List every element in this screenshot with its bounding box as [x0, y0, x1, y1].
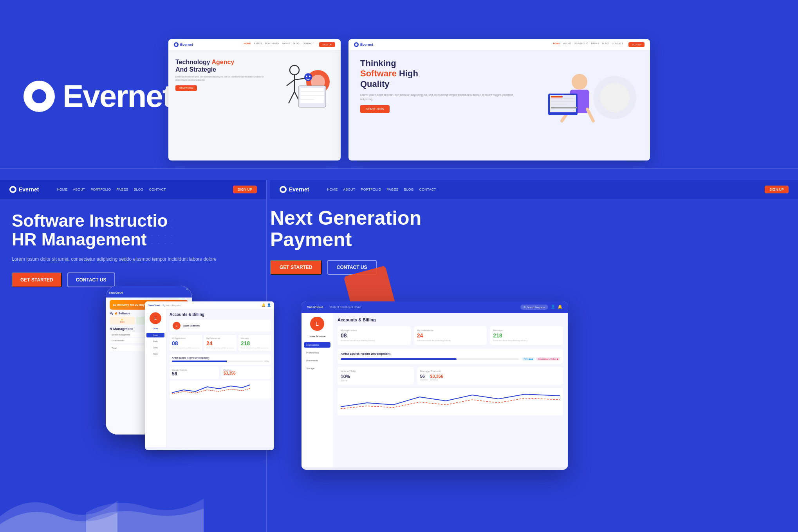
mock-nav-about-1[interactable]: ABOUT — [254, 42, 262, 47]
dash-sidebar-applications[interactable]: Applications — [304, 342, 330, 348]
mock-logo-1: Evernet — [174, 42, 193, 47]
bl-contact-us-button[interactable]: CONTACT US — [67, 272, 115, 287]
svg-point-15 — [309, 76, 311, 77]
app-sidebar-item-apps[interactable]: Apps — [146, 333, 164, 337]
stat-label-msg: Message — [241, 337, 269, 339]
bl-hero-desc: Lorem ipsum dolor sit amet, consectetur … — [12, 256, 255, 263]
bl-logo: Evernet — [9, 186, 39, 193]
dash-card-msg-value: 218 — [493, 332, 560, 339]
logo-icon — [23, 81, 55, 112]
dash-project-progress: 70% ■■■ Countdown Video ■ — [341, 357, 560, 361]
dash-sidebar-preferences[interactable]: Preferences — [304, 350, 330, 355]
mock-nav-blog-1[interactable]: BLOG — [293, 42, 300, 47]
bl-nav-home[interactable]: HOME — [57, 188, 67, 191]
mock-nav-portfolio-2[interactable]: PORTFOLIO — [574, 42, 588, 47]
br-nav-links: HOME ABOUT PORTFOLIO PAGES BLOG CONTACT — [327, 188, 436, 191]
mock-nav-home-1[interactable]: HOME — [244, 42, 251, 47]
mock-hero-title-1: Technology AgencyAnd Strategie — [175, 58, 267, 73]
mock-nav-portfolio-1[interactable]: PORTFOLIO — [265, 42, 279, 47]
mock-nav-2: Evernet HOME ABOUT PORTFOLIO PAGES BLOG … — [348, 39, 650, 50]
svg-point-13 — [304, 73, 312, 81]
bl-nav-portfolio[interactable]: PORTFOLIO — [90, 188, 111, 191]
mock-nav-pages-2[interactable]: PAGES — [591, 42, 599, 47]
dash-card-prefs-label: My Preferences — [417, 329, 484, 332]
app-sidebar-item-prefs[interactable]: Prefs — [146, 339, 164, 344]
dash-body: L Laura Johnson Applications Preferences… — [302, 313, 568, 467]
bl-btn-group: GET STARTED CONTACT US — [12, 272, 255, 287]
br-nav-about[interactable]: ABOUT — [343, 188, 355, 191]
app-user-icon: 👤 — [267, 303, 271, 307]
dash-progress-badges: 70% ■■■ Countdown Video ■ — [522, 357, 560, 361]
bl-hero-title-line1: Software Instructio — [12, 211, 168, 230]
bottom-section: Evernet HOME ABOUT PORTFOLIO PAGES BLOG … — [0, 168, 798, 532]
mock-start-btn-2[interactable]: START NOW — [360, 105, 390, 113]
project-progress-bar — [172, 361, 263, 362]
dash-students-label: Manage Students — [420, 370, 560, 373]
svg-rect-27 — [551, 96, 563, 97]
dash-nav-right: 🔍 Search Programs 👤 🔔 — [520, 305, 562, 310]
br-logo-circle — [280, 186, 287, 193]
dash-sidebar-storage[interactable]: Storage — [304, 366, 330, 371]
mock-hero-title-orange-1: Agency — [211, 59, 234, 65]
mock-nav-links-2: HOME ABOUT PORTFOLIO PAGES BLOG CONTACT … — [553, 42, 645, 47]
dash-badge-pct: 70% ■■■ — [522, 357, 535, 361]
stat-value-prefs: 24 — [206, 340, 234, 346]
mock-illustration-2 — [529, 58, 638, 138]
svg-point-18 — [572, 74, 587, 90]
br-nav-home[interactable]: HOME — [327, 188, 338, 191]
bottom-right-hero: Next Generation Payment GET STARTED CONT… — [270, 207, 497, 275]
manage-students-value: 56 — [172, 371, 217, 377]
horizontal-divider — [0, 168, 798, 169]
app-sidebar-item-storage[interactable]: Store — [146, 352, 164, 356]
br-nav-portfolio[interactable]: PORTFOLIO — [361, 188, 381, 191]
dash-badge-days: Countdown Video ■ — [536, 357, 560, 361]
mock-nav-contact-2[interactable]: CONTACT — [612, 42, 623, 47]
br-get-started-button[interactable]: GET STARTED — [270, 260, 322, 275]
app-sidebar-item-docs[interactable]: Docs — [146, 345, 164, 350]
mock-nav-home-2[interactable]: HOME — [553, 42, 560, 47]
mock-logo-circle-1 — [174, 42, 179, 47]
dash-sidebar: L Laura Johnson Applications Preferences… — [302, 313, 333, 467]
mock-hero-title-orange-2: Software — [360, 69, 397, 78]
mock-hero-title-2: ThinkingSoftware HighQuality — [360, 58, 521, 89]
dash-student-label-1: Students — [420, 379, 428, 381]
bl-nav-about[interactable]: ABOUT — [73, 188, 85, 191]
bl-nav-pages[interactable]: PAGES — [116, 188, 128, 191]
dash-sale-label: Note of Sale — [341, 370, 411, 373]
mock-nav-contact-1[interactable]: CONTACT — [303, 42, 314, 47]
mock-signup-btn-1[interactable]: SIGN UP — [319, 42, 335, 47]
dash-sidebar-documents[interactable]: Documents — [304, 358, 330, 363]
mock-nav-about-2[interactable]: ABOUT — [563, 42, 572, 47]
mock-logo-2: Evernet — [354, 42, 373, 47]
br-hero-title: Next Generation Payment — [270, 207, 497, 251]
logo-icon-inner — [32, 89, 46, 103]
bl-get-started-button[interactable]: GET STARTED — [12, 272, 62, 287]
mock-nav-blog-2[interactable]: BLOG — [602, 42, 609, 47]
stat-card-msg: Message 218 Some text about the publishi… — [238, 335, 271, 351]
br-nav-pages[interactable]: PAGES — [386, 188, 398, 191]
bl-nav-blog[interactable]: BLOG — [134, 188, 144, 191]
mock-signup-btn-2[interactable]: SIGN UP — [628, 42, 645, 47]
mock-start-btn-1[interactable]: START NOW — [175, 85, 197, 91]
brand-logo-section: Evernet — [23, 78, 172, 114]
stat-value-msg: 218 — [241, 340, 269, 346]
phone-search-icon: 🔍 — [186, 288, 189, 291]
project-percent: 60% — [265, 360, 269, 362]
app-project-title: Artist Sports Realm Development — [172, 357, 269, 359]
mock-logo-circle-2 — [354, 42, 359, 47]
person-svg — [529, 58, 638, 137]
br-nav-contact[interactable]: CONTACT — [419, 188, 436, 191]
chart-svg — [172, 383, 250, 395]
br-nav-blog[interactable]: BLOG — [404, 188, 414, 191]
bl-signup-button[interactable]: SIGN UP — [233, 186, 257, 193]
dash-student-stats: 56 Students $3,356 Revenue — [420, 374, 560, 381]
svg-rect-28 — [551, 107, 577, 108]
dashboard-mockup: SaasCloud Student Dashboard Home 🔍 Searc… — [302, 301, 568, 470]
br-signup-button[interactable]: SIGN UP — [765, 186, 789, 193]
bl-nav-links: HOME ABOUT PORTFOLIO PAGES BLOG CONTACT — [57, 188, 166, 191]
mock-nav-pages-1[interactable]: PAGES — [282, 42, 290, 47]
dash-chart-svg — [341, 391, 560, 411]
mini-chart — [170, 381, 271, 399]
dash-project-title: Artist Sports Realm Development — [341, 352, 560, 355]
bl-nav-contact[interactable]: CONTACT — [149, 188, 166, 191]
